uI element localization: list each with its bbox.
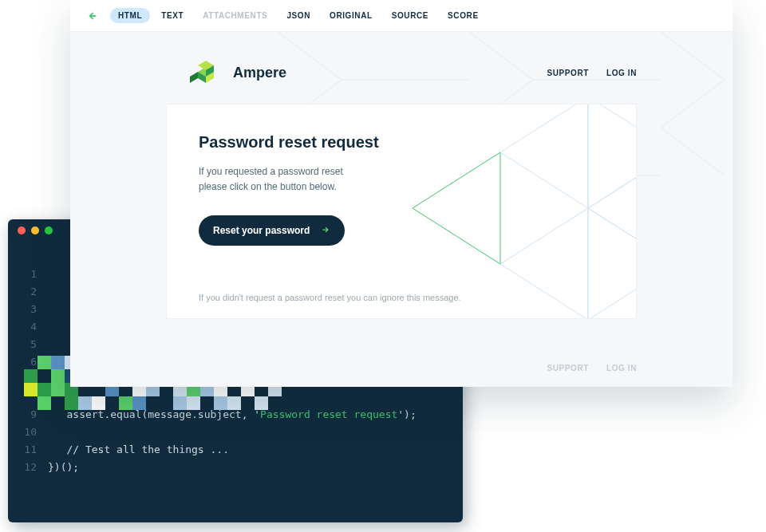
tab-text[interactable]: TEXT <box>153 8 192 23</box>
cta-label: Reset your password <box>213 225 310 236</box>
window-close-icon[interactable] <box>18 227 26 234</box>
svg-marker-7 <box>500 104 588 208</box>
tab-html[interactable]: HTML <box>110 8 150 23</box>
svg-marker-3 <box>190 72 198 83</box>
tab-source[interactable]: SOURCE <box>384 8 436 23</box>
tab-json[interactable]: JSON <box>278 8 318 23</box>
code-line-9: assert.equal(message.subject, 'Password … <box>48 406 450 424</box>
email-render-area: Ampere SUPPORT LOG IN Password reset req… <box>70 32 732 387</box>
svg-marker-6 <box>413 152 500 264</box>
email-panel: Password reset request If you requested … <box>166 104 637 319</box>
line-number-gutter: 1 2 3 4 5 6 7 8 9 10 11 12 <box>8 266 48 476</box>
tab-attachments[interactable]: ATTACHMENTS <box>195 8 275 23</box>
viewer-topbar: HTML TEXT ATTACHMENTS JSON ORIGINAL SOUR… <box>70 0 732 32</box>
brand-name: Ampere <box>233 65 286 81</box>
brand-nav: SUPPORT LOG IN <box>547 69 637 77</box>
svg-marker-8 <box>500 208 588 319</box>
triangle-wire-decoration <box>381 104 637 319</box>
tab-score[interactable]: SCORE <box>440 8 487 23</box>
back-arrow-icon[interactable] <box>83 7 101 25</box>
email-body-text: If you requested a password reset please… <box>199 164 382 195</box>
email-footer-nav: SUPPORT LOG IN <box>547 364 637 372</box>
ampere-logo-icon <box>190 57 222 88</box>
code-line-11: // Test all the things ... <box>48 441 450 459</box>
code-line-12: })(); <box>48 459 450 476</box>
arrow-right-icon <box>321 225 330 236</box>
brand: Ampere <box>190 57 286 88</box>
link-support[interactable]: SUPPORT <box>547 69 589 77</box>
footer-link-support[interactable]: SUPPORT <box>547 364 589 372</box>
email-viewer-card: HTML TEXT ATTACHMENTS JSON ORIGINAL SOUR… <box>70 0 732 387</box>
svg-marker-10 <box>588 152 637 264</box>
window-zoom-icon[interactable] <box>45 227 53 234</box>
code-string-token: Password reset request <box>260 408 397 420</box>
svg-marker-11 <box>588 208 637 319</box>
window-minimize-icon[interactable] <box>31 227 39 234</box>
link-login[interactable]: LOG IN <box>606 69 637 77</box>
email-header: Ampere SUPPORT LOG IN <box>70 32 732 104</box>
tab-original[interactable]: ORIGINAL <box>322 8 381 23</box>
footer-link-login[interactable]: LOG IN <box>606 364 637 372</box>
reset-password-button[interactable]: Reset your password <box>199 215 345 246</box>
